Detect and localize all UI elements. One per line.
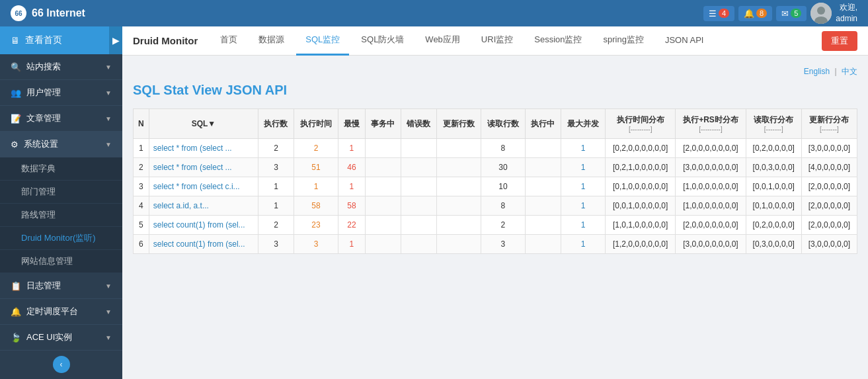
cell-in-tx	[365, 139, 401, 158]
sidebar-item-search[interactable]: 🔍 站内搜索 ▼	[0, 54, 122, 80]
cell-in-tx	[365, 196, 401, 216]
collapse-arrow: ▶	[109, 26, 122, 54]
col-read-rows: 读取行数	[481, 109, 525, 139]
cell-sql[interactable]: select * from (select c.i...	[149, 177, 258, 196]
notifications-button[interactable]: 🔔 8	[738, 6, 772, 21]
reset-button[interactable]: 重置	[822, 31, 857, 51]
col-exec-time: 执行时间	[294, 109, 338, 139]
cell-exec-time-dist: [0,2,1,0,0,0,0,0]	[606, 158, 676, 177]
brand-label: 66 Internet	[32, 7, 85, 19]
chevron-icon: ▼	[105, 89, 112, 97]
sidebar-sub-item-siteinfo[interactable]: 网站信息管理	[0, 250, 122, 273]
col-update-rows: 更新行数	[436, 109, 481, 139]
cell-update-rows	[436, 177, 481, 196]
cell-read-rows: 8	[481, 139, 525, 158]
logo: 66	[11, 5, 26, 21]
col-slowest: 最慢	[338, 109, 366, 139]
col-executing: 执行中	[526, 109, 561, 139]
cell-n: 5	[134, 216, 149, 235]
subnav-datasource[interactable]: 数据源	[249, 26, 294, 56]
sidebar-home[interactable]: 🖥 查看首页 ▶	[0, 26, 122, 54]
sidebar-collapse-button[interactable]: ‹	[53, 356, 70, 373]
sidebar-item-scheduler[interactable]: 🔔 定时调度平台 ▼	[0, 299, 122, 325]
email-button[interactable]: ✉ 5	[776, 6, 807, 21]
sidebar-item-settings[interactable]: ⚙ 系统设置 ▼	[0, 132, 122, 157]
col-update-dist: 更新行分布 [-------]	[801, 109, 857, 139]
cell-executing	[526, 196, 561, 216]
cell-max-concurrent[interactable]: 1	[561, 139, 605, 158]
subnav-session[interactable]: Session监控	[525, 26, 591, 56]
sidebar-item-ace-label: ACE UI实例	[26, 331, 72, 343]
sidebar-item-logs-label: 日志管理	[26, 280, 61, 292]
cell-update-rows	[436, 196, 481, 216]
cell-read-dist: [0,2,0,0,0,0]	[746, 216, 801, 235]
lang-chinese[interactable]: 中文	[842, 67, 857, 76]
cell-update-rows	[436, 139, 481, 158]
cell-read-dist: [0,1,0,0,0,0]	[746, 196, 801, 216]
col-in-tx: 事务中	[365, 109, 401, 139]
cell-exec-time: 51	[294, 158, 338, 177]
cell-exec-time: 1	[294, 177, 338, 196]
lang-switch: English | 中文	[133, 66, 857, 77]
sidebar-item-logs[interactable]: 📋 日志管理 ▼	[0, 273, 122, 299]
subnav-jsonapi[interactable]: JSON API	[656, 26, 713, 56]
cell-max-concurrent[interactable]: 1	[561, 196, 605, 216]
messages-badge: 4	[719, 9, 729, 18]
sidebar: 🖥 查看首页 ▶ 🔍 站内搜索 ▼ 👥 用户管理 ▼ 📝 文章管理 ▼	[0, 26, 122, 379]
cell-exec-count: 2	[258, 216, 294, 235]
cell-exec-time-dist: [0,0,1,0,0,0,0,0]	[606, 196, 676, 216]
cell-exec-rs-dist: [3,0,0,0,0,0,0,0]	[676, 158, 746, 177]
table-row: 3 select * from (select c.i... 1 1 1 10 …	[134, 177, 857, 196]
cell-executing	[526, 177, 561, 196]
subnav-spring[interactable]: spring监控	[594, 26, 653, 56]
cell-max-concurrent[interactable]: 1	[561, 158, 605, 177]
cell-exec-time: 58	[294, 196, 338, 216]
sql-stat-table: N SQL▼ 执行数 执行时间 最慢 事务中 错误数 更新行数 读取行数 执行中…	[133, 108, 857, 254]
sidebar-item-ace[interactable]: 🍃 ACE UI实例 ▼	[0, 325, 122, 351]
page-title-link[interactable]: View JSON API	[192, 83, 287, 97]
sidebar-sub-item-druid[interactable]: Druid Monitor(监听)	[0, 227, 122, 250]
subnav-webapp[interactable]: Web应用	[416, 26, 469, 56]
cell-sql[interactable]: select * from (select ...	[149, 139, 258, 158]
messages-icon: ☰	[709, 9, 717, 19]
cell-update-rows	[436, 235, 481, 254]
users-icon: 👥	[11, 88, 21, 98]
col-exec-count: 执行数	[258, 109, 294, 139]
subnav-sql[interactable]: SQL监控	[296, 26, 349, 56]
sidebar-item-users[interactable]: 👥 用户管理 ▼	[0, 80, 122, 106]
subnav-uri[interactable]: URI监控	[472, 26, 522, 56]
username: admin	[836, 13, 857, 24]
sidebar-sub-item-dept[interactable]: 部门管理	[0, 181, 122, 204]
cell-sql[interactable]: select a.id, a.t...	[149, 196, 258, 216]
page-title-prefix: SQL Stat	[133, 83, 192, 97]
cell-in-tx	[365, 177, 401, 196]
cell-max-concurrent[interactable]: 1	[561, 235, 605, 254]
cell-exec-time-dist: [1,0,1,0,0,0,0,0]	[606, 216, 676, 235]
cell-sql[interactable]: select count(1) from (sel...	[149, 235, 258, 254]
sidebar-home-label: 查看首页	[25, 34, 62, 46]
cell-update-dist: [2,0,0,0,0,0]	[801, 216, 857, 235]
cell-max-concurrent[interactable]: 1	[561, 177, 605, 196]
articles-icon: 📝	[11, 114, 21, 124]
subnav-firewall[interactable]: SQL防火墙	[352, 26, 413, 56]
subnav: Druid Monitor 首页 数据源 SQL监控 SQL防火墙 Web应用 …	[122, 26, 868, 56]
subnav-home[interactable]: 首页	[211, 26, 247, 56]
sidebar-item-search-label: 站内搜索	[26, 61, 61, 73]
sidebar-sub-item-route[interactable]: 路线管理	[0, 204, 122, 227]
cell-exec-count: 1	[258, 196, 294, 216]
cell-sql[interactable]: select count(1) from (sel...	[149, 216, 258, 235]
cell-read-dist: [0,0,1,0,0,0]	[746, 177, 801, 196]
lang-english[interactable]: English	[804, 67, 830, 76]
cell-max-concurrent[interactable]: 1	[561, 216, 605, 235]
monitor-icon: 🖥	[11, 35, 20, 46]
cell-sql[interactable]: select * from (select ...	[149, 158, 258, 177]
email-badge: 5	[791, 9, 801, 18]
sidebar-item-settings-label: 系统设置	[24, 138, 58, 150]
cell-read-rows: 10	[481, 177, 525, 196]
table-row: 4 select a.id, a.t... 1 58 58 8 1 [0,0,1…	[134, 196, 857, 216]
brand: 66 66 Internet	[11, 5, 85, 21]
messages-button[interactable]: ☰ 4	[703, 6, 734, 21]
sidebar-sub-item-dict[interactable]: 数据字典	[0, 157, 122, 181]
topbar: 66 66 Internet ☰ 4 🔔 8 ✉ 5 欢迎, admin	[0, 0, 868, 26]
sidebar-item-articles[interactable]: 📝 文章管理 ▼	[0, 106, 122, 132]
